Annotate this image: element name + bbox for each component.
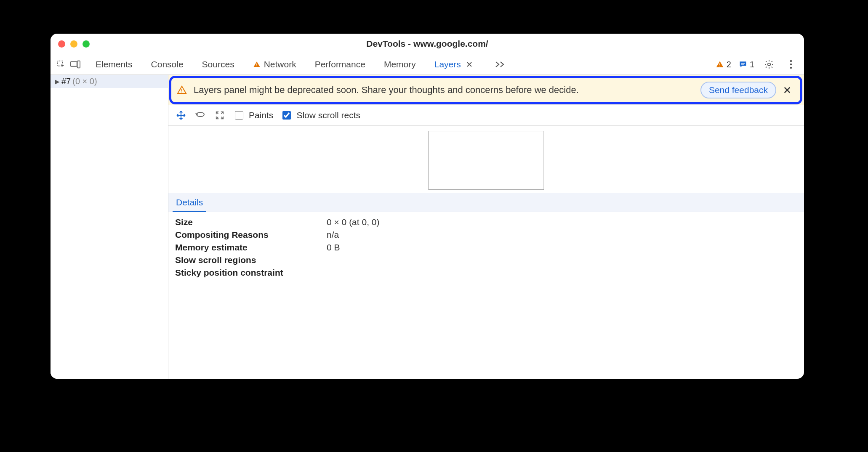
maximize-window-button[interactable] [83, 40, 90, 48]
svg-rect-5 [719, 64, 720, 65]
close-tab-icon[interactable] [466, 61, 473, 68]
layer-outline[interactable] [429, 131, 544, 190]
detail-key-size: Size [175, 217, 327, 227]
settings-icon[interactable] [762, 57, 776, 72]
minimize-window-button[interactable] [70, 40, 77, 48]
tab-layers[interactable]: Layers [433, 55, 474, 74]
devtools-window: DevTools - www.google.com/ Elements Cons… [51, 34, 804, 379]
layers-content: Layers panel might be deprecated soon. S… [168, 75, 804, 379]
detail-val-slow [327, 255, 797, 265]
tree-item-id: #7 [61, 77, 71, 86]
layer-details: Size 0 × 0 (at 0, 0) Compositing Reasons… [168, 212, 804, 283]
issues-count: 2 [727, 60, 731, 69]
svg-point-11 [790, 64, 792, 66]
tab-network-label: Network [264, 59, 296, 69]
pan-mode-icon[interactable] [175, 109, 187, 121]
messages-counter[interactable]: 1 [739, 60, 754, 69]
message-icon [739, 60, 747, 69]
banner-close-icon[interactable] [783, 86, 796, 94]
svg-rect-8 [741, 64, 744, 64]
layers-3d-view[interactable] [168, 126, 804, 193]
window-title: DevTools - www.google.com/ [51, 39, 804, 49]
svg-rect-6 [719, 66, 720, 66]
close-window-button[interactable] [58, 40, 65, 48]
main-area: ▶ #7 (0 × 0) Layers panel might be depre… [51, 75, 804, 379]
detail-val-size: 0 × 0 (at 0, 0) [327, 217, 797, 227]
detail-val-mem: 0 B [327, 242, 797, 253]
tab-sources[interactable]: Sources [200, 55, 236, 74]
warning-icon [716, 60, 724, 69]
main-toolbar: Elements Console Sources Network Perform… [51, 54, 804, 75]
inspect-element-icon[interactable] [54, 57, 68, 72]
more-tabs-icon[interactable] [495, 60, 506, 69]
layers-tree: ▶ #7 (0 × 0) [51, 75, 168, 379]
toolbar-separator [87, 58, 87, 70]
device-toolbar-icon[interactable] [68, 57, 83, 72]
window-controls [51, 40, 90, 48]
warning-icon [253, 61, 261, 68]
tab-layers-label: Layers [434, 59, 461, 69]
banner-message: Layers panel might be deprecated soon. S… [194, 85, 694, 96]
details-tabstrip: Details [168, 193, 804, 212]
detail-key-comp: Compositing Reasons [175, 230, 327, 240]
window-titlebar: DevTools - www.google.com/ [51, 34, 804, 54]
deprecation-banner: Layers panel might be deprecated soon. S… [168, 75, 804, 105]
layers-tree-item[interactable]: ▶ #7 (0 × 0) [51, 75, 168, 88]
messages-count: 1 [750, 60, 754, 69]
svg-rect-1 [71, 62, 77, 66]
kebab-menu-icon[interactable] [784, 57, 798, 72]
svg-rect-4 [256, 66, 257, 66]
paints-checkbox[interactable] [235, 111, 243, 120]
tab-performance[interactable]: Performance [313, 55, 367, 74]
issues-counter[interactable]: 2 [716, 60, 731, 69]
svg-rect-7 [741, 63, 745, 64]
detail-val-comp: n/a [327, 230, 797, 240]
reset-view-icon[interactable] [214, 109, 226, 121]
tab-details[interactable]: Details [168, 193, 210, 212]
panel-tabs: Elements Console Sources Network Perform… [94, 55, 506, 74]
toolbar-right: 2 1 [716, 57, 801, 72]
tab-console[interactable]: Console [149, 55, 185, 74]
tab-network[interactable]: Network [251, 55, 298, 74]
svg-point-12 [790, 67, 792, 69]
svg-rect-14 [181, 92, 182, 93]
svg-point-9 [768, 63, 770, 66]
warning-icon [177, 85, 187, 95]
layers-view-toolbar: Paints Slow scroll rects [168, 105, 804, 126]
svg-rect-3 [256, 64, 257, 65]
tab-memory[interactable]: Memory [382, 55, 418, 74]
rotate-mode-icon[interactable] [194, 109, 206, 121]
slow-scroll-checkbox[interactable] [282, 111, 291, 120]
paints-checkbox-label[interactable]: Paints [233, 110, 273, 121]
svg-rect-13 [181, 89, 182, 91]
tab-elements[interactable]: Elements [94, 55, 134, 74]
detail-val-sticky [327, 268, 797, 278]
svg-point-10 [790, 60, 792, 62]
detail-key-slow: Slow scroll regions [175, 255, 327, 265]
detail-key-mem: Memory estimate [175, 242, 327, 253]
send-feedback-button[interactable]: Send feedback [700, 82, 776, 98]
detail-key-sticky: Sticky position constraint [175, 268, 327, 278]
disclosure-triangle-icon[interactable]: ▶ [55, 78, 60, 85]
deprecation-banner-highlight: Layers panel might be deprecated soon. S… [168, 75, 804, 105]
slow-scroll-label: Slow scroll rects [296, 110, 360, 120]
paints-label: Paints [249, 110, 273, 120]
slow-scroll-checkbox-label[interactable]: Slow scroll rects [281, 110, 360, 121]
svg-rect-2 [77, 61, 80, 68]
tree-item-dim: (0 × 0) [72, 77, 97, 86]
